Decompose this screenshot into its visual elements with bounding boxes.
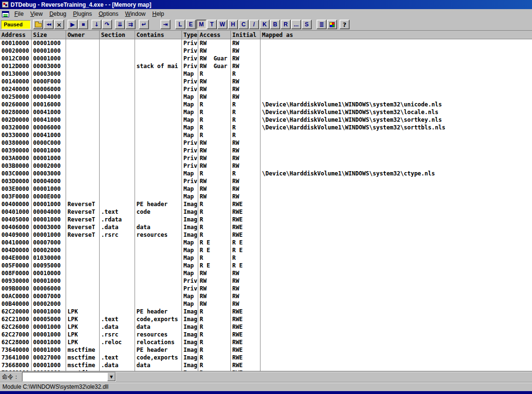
title-bar[interactable]: DTDebug - ReverseTraining_4.exe - - [Mem…: [0, 0, 532, 9]
table-row[interactable]: 0013000000003000MapRR: [0, 70, 532, 78]
table-row[interactable]: 0026000000016000MapRR\Device\HarddiskVol…: [0, 101, 532, 108]
breakpoints-button[interactable]: B: [270, 20, 280, 29]
table-row[interactable]: 0025000000004000MapRWRW: [0, 93, 532, 101]
cell-size: 00001000: [32, 39, 66, 47]
references-button[interactable]: R: [281, 20, 291, 29]
table-row[interactable]: 0093000000001000PrivRWRW: [0, 277, 532, 285]
restart-button[interactable]: ◀◀: [44, 20, 54, 29]
cell-size: 0000E000: [32, 193, 66, 200]
execute-till-user-button[interactable]: ⇥: [160, 20, 170, 29]
dropdown-arrow-icon[interactable]: ▼: [107, 372, 115, 381]
column-header-size[interactable]: Size: [32, 31, 66, 39]
open-file-button[interactable]: [33, 20, 43, 29]
source-button[interactable]: S: [302, 20, 312, 29]
table-row[interactable]: 0040100000004000ReverseT.textcodeImagRRW…: [0, 208, 532, 216]
step-over-button[interactable]: ↷: [102, 20, 112, 29]
table-row[interactable]: 003D000000004000PrivRWRW: [0, 177, 532, 185]
help-button[interactable]: ?: [340, 20, 350, 29]
menu-item-help[interactable]: Help: [149, 10, 168, 19]
column-header-mapped-as[interactable]: Mapped as: [260, 31, 532, 39]
menu-item-view[interactable]: View: [27, 10, 46, 19]
table-row[interactable]: 003C000000003000MapRR\Device\HarddiskVol…: [0, 170, 532, 177]
column-header-initial[interactable]: Initial: [231, 31, 260, 39]
table-row[interactable]: 0032000000006000MapRR\Device\HarddiskVol…: [0, 124, 532, 131]
menu-item-file[interactable]: File: [11, 10, 27, 19]
table-row[interactable]: 0040000000001000ReverseTPE headerImagRRW…: [0, 200, 532, 208]
table-row[interactable]: 62C2000000001000LPKPE headerImagRRWE: [0, 308, 532, 315]
cell-contains: [135, 55, 182, 62]
table-row[interactable]: 0012C00000001000PrivRW GuarRW: [0, 55, 532, 62]
execute-till-return-button[interactable]: ↵: [139, 20, 149, 29]
table-row[interactable]: 003800000000C000PrivRWRW: [0, 139, 532, 147]
run-button[interactable]: ▶: [68, 20, 78, 29]
table-row[interactable]: 0040900000001000ReverseT.rsrcresourcesIm…: [0, 231, 532, 239]
table-row[interactable]: 008F000000010000MapRWRW: [0, 269, 532, 277]
table-row[interactable]: 0028000000041000MapRR\Device\HarddiskVol…: [0, 108, 532, 116]
table-row[interactable]: 0039000000001000PrivRWRW: [0, 147, 532, 154]
column-header-access[interactable]: Access: [198, 31, 231, 39]
column-header-type[interactable]: Type: [182, 31, 198, 39]
table-row[interactable]: 003F00000000E000MapRWRW: [0, 193, 532, 200]
executable-modules-button[interactable]: E: [186, 20, 196, 29]
table-row[interactable]: 001400000000F000PrivRWRW: [0, 78, 532, 85]
memory-map-button[interactable]: M: [196, 20, 206, 29]
table-row[interactable]: 003E000000001000MapRWRW: [0, 185, 532, 193]
table-row[interactable]: 62C2700000001000LPK.rsrcresourcesImagRRW…: [0, 331, 532, 338]
colors-button[interactable]: [327, 20, 337, 29]
threads-button[interactable]: T: [207, 20, 217, 29]
menu-item-debug[interactable]: Debug: [46, 10, 69, 19]
table-row[interactable]: 009B000000006000PrivRWRW: [0, 285, 532, 292]
animate-into-button[interactable]: ⇊: [115, 20, 125, 29]
table-row[interactable]: 0041000000007000MapR ER E: [0, 239, 532, 246]
close-button[interactable]: ×: [54, 20, 64, 29]
table-row[interactable]: 0012D00000003000stack of maiPrivRW GuarR…: [0, 62, 532, 70]
table-row[interactable]: 0040500000001000ReverseT.rdataImagRRWE: [0, 216, 532, 223]
cpu-window-button[interactable]: C: [238, 20, 249, 29]
call-stack-button[interactable]: K: [260, 20, 270, 29]
menu-item-window[interactable]: Window: [122, 10, 149, 19]
cell-initial: RWE: [231, 216, 260, 223]
windows-button[interactable]: W: [217, 20, 227, 29]
log-window-button[interactable]: L: [175, 20, 185, 29]
table-row[interactable]: 62C2800000001000LPK.relocrelocationsImag…: [0, 338, 532, 346]
table-row[interactable]: 00AC000000007000MapRWRW: [0, 292, 532, 300]
table-row[interactable]: 004E000001030000MapRR: [0, 254, 532, 262]
cell-contains: code,exports: [135, 315, 182, 323]
column-header-owner[interactable]: Owner: [66, 31, 100, 39]
table-row[interactable]: 62C2600000001000LPK.datadataImagRRWE: [0, 323, 532, 331]
animate-over-button[interactable]: ⇉: [125, 20, 136, 29]
memory-map-window-icon[interactable]: [2, 11, 9, 17]
handles-button[interactable]: H: [228, 20, 238, 29]
command-combobox[interactable]: ▼: [22, 372, 116, 382]
column-header-contains[interactable]: Contains: [135, 31, 182, 39]
menu-item-plugins[interactable]: Plugins: [70, 10, 95, 19]
menu-item-options[interactable]: Options: [95, 10, 122, 19]
table-row[interactable]: 0024000000006000PrivRWRW: [0, 85, 532, 93]
column-header-section[interactable]: Section: [100, 31, 135, 39]
table-row[interactable]: 002D000000041000MapRR\Device\HarddiskVol…: [0, 116, 532, 124]
table-row[interactable]: 003B000000002000PrivRWRW: [0, 162, 532, 170]
table-row[interactable]: 0040600000003000ReverseT.datadataImagRRW…: [0, 223, 532, 231]
table-body[interactable]: 0001000000001000PrivRWRW0002000000001000…: [0, 39, 532, 371]
table-row[interactable]: 0002000000001000PrivRWRW: [0, 47, 532, 55]
table-row[interactable]: 00B4000000002000MapRWRW: [0, 300, 532, 308]
table-row[interactable]: 7366800000001000msctfime.datadataImagRRW…: [0, 361, 532, 369]
pause-button[interactable]: ▮▮: [78, 20, 88, 29]
run-trace-button[interactable]: ...: [291, 20, 301, 29]
button-letter: W: [220, 21, 225, 28]
table-row[interactable]: 003A000000001000PrivRWRW: [0, 154, 532, 162]
table-row[interactable]: 005F000000095000MapR ER E: [0, 262, 532, 269]
table-row[interactable]: 0033000000041000MapRR: [0, 131, 532, 139]
table-row[interactable]: 0001000000001000PrivRWRW: [0, 39, 532, 47]
appearance-button[interactable]: ≣: [317, 20, 327, 29]
table-row[interactable]: 7364000000001000msctfimePE headerImagRRW…: [0, 346, 532, 354]
command-input[interactable]: [23, 372, 107, 381]
table-row[interactable]: 7364100000027000msctfime.textcode,export…: [0, 354, 532, 361]
step-into-button[interactable]: ↓: [91, 20, 102, 29]
cell-type: Imag: [182, 200, 198, 208]
table-row[interactable]: 62C2100000005000LPK.textcode,exportsImag…: [0, 315, 532, 323]
table-row[interactable]: 004D000000002000MapR ER E: [0, 246, 532, 254]
column-header-address[interactable]: Address: [0, 31, 32, 39]
patches-button[interactable]: /: [249, 20, 259, 29]
cell-owner: [66, 131, 100, 139]
